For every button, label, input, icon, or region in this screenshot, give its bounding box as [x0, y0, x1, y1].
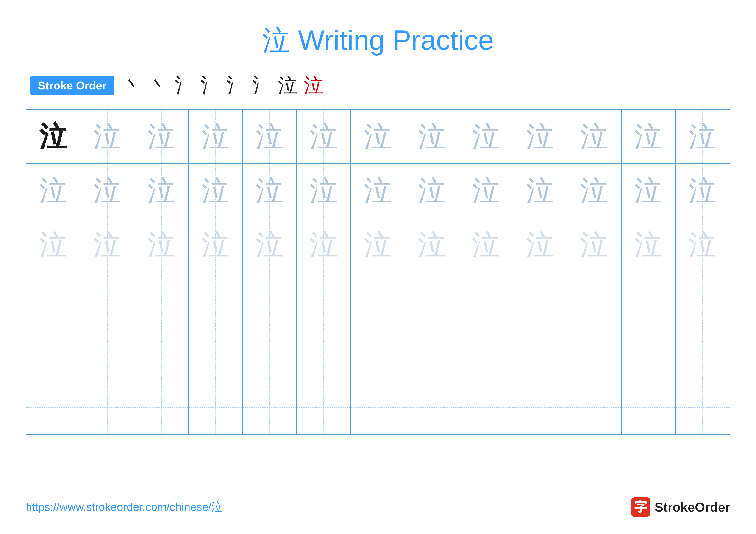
page-container: 泣 Writing Practice Stroke Order 丶丶氵氵氵氵泣泣…: [0, 0, 756, 534]
cell-character: 泣: [580, 118, 608, 156]
cell-character: 泣: [688, 118, 716, 156]
cell-character: 泣: [93, 118, 121, 156]
cell-character: 泣: [148, 118, 176, 156]
grid-cell: [676, 272, 730, 326]
grid-cell: [513, 272, 567, 326]
grid-row: [26, 272, 730, 326]
grid-cell: 泣: [351, 164, 405, 218]
grid-cell: [567, 326, 622, 380]
cell-character: 泣: [580, 226, 608, 264]
grid-row: 泣泣泣泣泣泣泣泣泣泣泣泣泣: [26, 218, 730, 272]
grid-cell: [405, 380, 459, 434]
stroke-seq-step: 丶: [149, 72, 168, 99]
cell-character: 泣: [148, 226, 176, 264]
grid-cell: 泣: [513, 110, 567, 164]
grid-cell: 泣: [189, 110, 243, 164]
grid-cell: [26, 326, 80, 380]
grid-cell: 泣: [567, 218, 622, 272]
footer-url[interactable]: https://www.strokeorder.com/chinese/泣: [26, 499, 223, 515]
cell-character: 泣: [310, 226, 338, 264]
practice-grid: 泣泣泣泣泣泣泣泣泣泣泣泣泣泣泣泣泣泣泣泣泣泣泣泣泣泣泣泣泣泣泣泣泣泣泣泣泣泣泣: [26, 110, 730, 435]
cell-character: 泣: [472, 118, 500, 156]
cell-character: 泣: [256, 118, 284, 156]
cell-character: 泣: [688, 226, 716, 264]
grid-cell: 泣: [297, 164, 351, 218]
page-title: 泣 Writing Practice: [26, 21, 730, 60]
grid-cell: [297, 380, 351, 434]
stroke-seq-step: 丶: [123, 72, 142, 99]
grid-cell: [26, 380, 80, 434]
grid-cell: [243, 272, 297, 326]
grid-cell: [513, 326, 567, 380]
grid-cell: 泣: [405, 164, 459, 218]
grid-cell: [405, 272, 459, 326]
stroke-seq-step: 氵: [226, 72, 246, 99]
grid-cell: 泣: [459, 110, 513, 164]
stroke-order-badge: Stroke Order: [30, 76, 114, 95]
footer: https://www.strokeorder.com/chinese/泣 字 …: [26, 497, 730, 517]
cell-character: 泣: [526, 226, 554, 264]
grid-cell: [134, 380, 189, 434]
cell-character: 泣: [580, 172, 608, 210]
grid-cell: [459, 326, 513, 380]
grid-cell: 泣: [676, 110, 730, 164]
grid-cell: 泣: [297, 110, 351, 164]
cell-character: 泣: [634, 226, 662, 264]
stroke-seq-step: 氵: [201, 72, 220, 99]
grid-row: [26, 380, 730, 434]
cell-character: 泣: [256, 226, 284, 264]
grid-cell: 泣: [405, 218, 459, 272]
cell-character: 泣: [526, 118, 554, 156]
cell-character: 泣: [688, 172, 716, 210]
brand-icon: 字: [631, 497, 650, 517]
grid-cell: [405, 326, 459, 380]
cell-character: 泣: [418, 118, 446, 156]
grid-cell: 泣: [134, 218, 189, 272]
grid-cell: [351, 272, 405, 326]
brand-name: StrokeOrder: [655, 500, 730, 515]
grid-cell: 泣: [676, 164, 730, 218]
cell-character: 泣: [93, 226, 121, 264]
grid-cell: [189, 326, 243, 380]
grid-cell: 泣: [80, 164, 134, 218]
grid-cell: [622, 380, 676, 434]
cell-character: 泣: [310, 118, 338, 156]
cell-character: 泣: [93, 172, 121, 210]
grid-cell: [134, 326, 189, 380]
grid-cell: 泣: [622, 110, 676, 164]
cell-character: 泣: [472, 172, 500, 210]
cell-character: 泣: [634, 118, 662, 156]
cell-character: 泣: [634, 172, 662, 210]
grid-cell: 泣: [676, 218, 730, 272]
stroke-seq-step: 泣: [278, 72, 297, 99]
grid-cell: 泣: [567, 164, 622, 218]
cell-character: 泣: [418, 226, 446, 264]
grid-cell: [567, 272, 622, 326]
grid-cell: 泣: [80, 218, 134, 272]
grid-cell: [243, 380, 297, 434]
grid-cell: 泣: [134, 164, 189, 218]
grid-cell: 泣: [351, 110, 405, 164]
cell-character: 泣: [256, 172, 284, 210]
grid-cell: 泣: [405, 110, 459, 164]
grid-cell: 泣: [80, 110, 134, 164]
grid-cell: [243, 326, 297, 380]
grid-cell: [189, 380, 243, 434]
grid-cell: 泣: [189, 218, 243, 272]
grid-row: [26, 326, 730, 380]
grid-cell: 泣: [513, 164, 567, 218]
grid-row: 泣泣泣泣泣泣泣泣泣泣泣泣泣: [26, 110, 730, 164]
grid-cell: 泣: [243, 110, 297, 164]
cell-character: 泣: [364, 118, 392, 156]
grid-cell: 泣: [622, 164, 676, 218]
grid-cell: [622, 326, 676, 380]
grid-cell: 泣: [513, 218, 567, 272]
grid-cell: 泣: [243, 164, 297, 218]
grid-cell: 泣: [567, 110, 622, 164]
stroke-seq-step: 泣: [304, 72, 323, 99]
grid-cell: 泣: [459, 218, 513, 272]
cell-character: 泣: [472, 226, 500, 264]
grid-cell: 泣: [189, 164, 243, 218]
grid-cell: [297, 272, 351, 326]
cell-character: 泣: [202, 118, 230, 156]
